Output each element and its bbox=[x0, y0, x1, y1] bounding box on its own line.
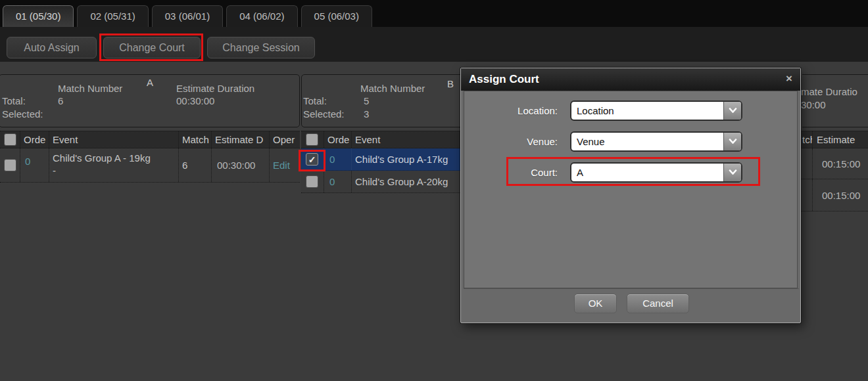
panel-a-table-row[interactable]: 0 Child's Group A - 19kg - 6 00:30:00 Ed… bbox=[0, 148, 300, 183]
auto-assign-button[interactable]: Auto Assign bbox=[7, 37, 97, 58]
panel-b-header-checkbox-cell bbox=[301, 131, 324, 148]
panel-a-row-order: 0 bbox=[20, 148, 49, 182]
panel-a-total-label: Total: bbox=[2, 95, 26, 107]
tab-day-04[interactable]: 04 (06/02) bbox=[226, 5, 297, 27]
session-tabs: 01 (05/30) 02 (05/31) 03 (06/01) 04 (06/… bbox=[3, 5, 372, 27]
panel-b-select-all-checkbox[interactable] bbox=[306, 133, 318, 146]
panel-a-selected-label: Selected: bbox=[2, 108, 43, 120]
location-select[interactable]: Location bbox=[570, 101, 742, 121]
location-select-value: Location bbox=[577, 102, 614, 120]
panel-b-row2-order: 0 bbox=[324, 171, 352, 192]
panel-c-row2-estimate: 00:15:00 bbox=[813, 179, 868, 211]
assign-court-dialog: Assign Court × Location: Location Venue:… bbox=[460, 68, 801, 323]
panel-a-row-event-line1: Child's Group A - 19kg bbox=[53, 152, 151, 164]
dialog-footer-divider bbox=[464, 288, 799, 289]
panel-a-header-checkbox-cell bbox=[0, 131, 20, 148]
highlight-box-row-checkbox bbox=[299, 150, 326, 171]
panel-b-selected-match-number: 3 bbox=[364, 108, 369, 120]
panel-b-total-label: Total: bbox=[303, 95, 327, 107]
ok-button[interactable]: OK bbox=[574, 294, 617, 313]
panel-c-estimate-duration-label-partial: mate Duratio bbox=[801, 86, 857, 98]
chevron-down-icon[interactable] bbox=[723, 133, 741, 150]
panel-a-select-all-checkbox[interactable] bbox=[4, 133, 16, 146]
venue-select[interactable]: Venue bbox=[570, 131, 742, 152]
panel-a-table-header: Orde Event Match Estimate D Oper bbox=[0, 131, 300, 148]
panel-a-row-edit-link[interactable]: Edit bbox=[270, 148, 300, 182]
panel-a-estimate-duration-label: Estimate Duration bbox=[176, 83, 254, 95]
close-icon[interactable]: × bbox=[786, 68, 792, 89]
panel-a-header-estimate: Estimate D bbox=[212, 131, 270, 148]
panel-b-row2-checkbox[interactable] bbox=[306, 175, 318, 188]
venue-select-value: Venue bbox=[577, 133, 605, 150]
panel-b-match-number-label: Match Number bbox=[360, 83, 425, 95]
panel-a-total-match-number: 6 bbox=[58, 95, 63, 107]
panel-b-selected-label: Selected: bbox=[303, 108, 345, 120]
panel-a-row-event-line2: - bbox=[53, 165, 56, 176]
panel-b-row1-order: 0 bbox=[324, 148, 352, 170]
panel-a-row-event: Child's Group A - 19kg - bbox=[49, 148, 179, 182]
tab-day-02[interactable]: 02 (05/31) bbox=[77, 5, 148, 27]
panel-a-row-checkbox-cell bbox=[0, 148, 20, 182]
panel-a-header-event: Event bbox=[49, 131, 179, 148]
panel-a-match-number-label: Match Number bbox=[58, 83, 122, 95]
location-label: Location: bbox=[464, 105, 558, 116]
panel-a-header-operation: Oper bbox=[270, 131, 300, 148]
panel-c-row1-estimate: 00:15:00 bbox=[813, 148, 868, 179]
panel-b-title: B bbox=[447, 78, 454, 90]
tab-day-01[interactable]: 01 (05/30) bbox=[3, 5, 74, 27]
chevron-down-icon[interactable] bbox=[723, 102, 741, 120]
highlight-box-change-court bbox=[99, 34, 203, 61]
venue-label: Venue: bbox=[464, 136, 558, 147]
tab-day-03[interactable]: 03 (06/01) bbox=[152, 5, 223, 27]
panel-a-row-estimate: 00:30:00 bbox=[212, 148, 270, 182]
panel-a-total-estimate-duration: 00:30:00 bbox=[176, 95, 214, 107]
app-window: 01 (05/30) 02 (05/31) 03 (06/01) 04 (06/… bbox=[0, 0, 868, 381]
panel-a-title: A bbox=[0, 77, 300, 89]
dialog-title: Assign Court bbox=[469, 68, 539, 91]
cancel-button[interactable]: Cancel bbox=[627, 294, 689, 313]
panel-a-row-checkbox[interactable] bbox=[4, 159, 16, 171]
highlight-box-court-select bbox=[506, 157, 760, 186]
dialog-body: Location: Location Venue: Venue Court: A bbox=[464, 91, 798, 288]
change-session-button[interactable]: Change Session bbox=[207, 37, 315, 58]
panel-b-row2-checkbox-cell bbox=[301, 171, 324, 192]
panel-a-header-match: Match bbox=[179, 131, 212, 148]
panel-a-header-order: Orde bbox=[20, 131, 49, 148]
panel-c-header-estimate: Estimate bbox=[813, 131, 868, 148]
panel-a-row-match: 6 bbox=[179, 148, 212, 182]
panel-b-total-match-number: 5 bbox=[364, 95, 369, 107]
panel-b-header-order: Orde bbox=[324, 131, 352, 148]
panel-c-estimate-duration-value-partial: 30:00 bbox=[801, 99, 826, 111]
tab-day-05[interactable]: 05 (06/03) bbox=[301, 5, 372, 27]
dialog-title-bar[interactable]: Assign Court × bbox=[461, 68, 800, 91]
